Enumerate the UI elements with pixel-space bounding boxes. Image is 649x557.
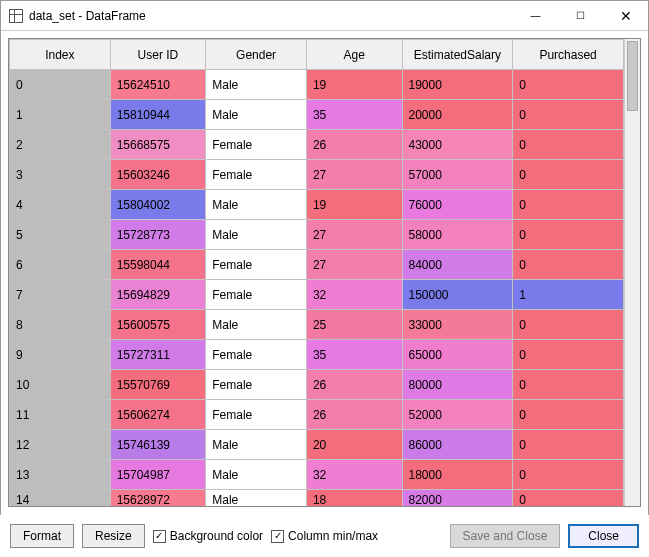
background-color-checkbox[interactable]: ✓ Background color <box>153 529 263 543</box>
cell-age[interactable]: 26 <box>306 370 402 400</box>
cell-gender[interactable]: Female <box>206 400 307 430</box>
cell-index[interactable]: 2 <box>10 130 111 160</box>
cell-salary[interactable]: 18000 <box>402 460 513 490</box>
cell-salary[interactable]: 52000 <box>402 400 513 430</box>
cell-gender[interactable]: Male <box>206 490 307 507</box>
cell-salary[interactable]: 65000 <box>402 340 513 370</box>
cell-gender[interactable]: Female <box>206 340 307 370</box>
cell-gender[interactable]: Female <box>206 370 307 400</box>
cell-salary[interactable]: 82000 <box>402 490 513 507</box>
cell-age[interactable]: 27 <box>306 220 402 250</box>
cell-purchased[interactable]: 0 <box>513 160 624 190</box>
cell-gender[interactable]: Male <box>206 220 307 250</box>
cell-salary[interactable]: 19000 <box>402 70 513 100</box>
cell-purchased[interactable]: 0 <box>513 460 624 490</box>
cell-salary[interactable]: 84000 <box>402 250 513 280</box>
cell-purchased[interactable]: 1 <box>513 280 624 310</box>
cell-userid[interactable]: 15728773 <box>110 220 206 250</box>
cell-userid[interactable]: 15600575 <box>110 310 206 340</box>
cell-userid[interactable]: 15628972 <box>110 490 206 507</box>
cell-index[interactable]: 3 <box>10 160 111 190</box>
close-button[interactable]: Close <box>568 524 639 548</box>
cell-age[interactable]: 35 <box>306 100 402 130</box>
cell-gender[interactable]: Female <box>206 130 307 160</box>
cell-salary[interactable]: 76000 <box>402 190 513 220</box>
cell-age[interactable]: 25 <box>306 310 402 340</box>
cell-purchased[interactable]: 0 <box>513 430 624 460</box>
cell-purchased[interactable]: 0 <box>513 400 624 430</box>
cell-gender[interactable]: Male <box>206 190 307 220</box>
cell-gender[interactable]: Male <box>206 70 307 100</box>
cell-age[interactable]: 20 <box>306 430 402 460</box>
cell-index[interactable]: 12 <box>10 430 111 460</box>
cell-userid[interactable]: 15694829 <box>110 280 206 310</box>
cell-userid[interactable]: 15603246 <box>110 160 206 190</box>
cell-age[interactable]: 32 <box>306 460 402 490</box>
minimize-button[interactable]: — <box>513 1 558 30</box>
cell-age[interactable]: 19 <box>306 70 402 100</box>
cell-purchased[interactable]: 0 <box>513 130 624 160</box>
cell-index[interactable]: 0 <box>10 70 111 100</box>
cell-purchased[interactable]: 0 <box>513 490 624 507</box>
cell-index[interactable]: 14 <box>10 490 111 507</box>
vertical-scrollbar[interactable] <box>624 39 640 506</box>
cell-userid[interactable]: 15606274 <box>110 400 206 430</box>
cell-age[interactable]: 26 <box>306 400 402 430</box>
cell-gender[interactable]: Female <box>206 280 307 310</box>
cell-salary[interactable]: 57000 <box>402 160 513 190</box>
cell-userid[interactable]: 15704987 <box>110 460 206 490</box>
cell-userid[interactable]: 15804002 <box>110 190 206 220</box>
col-header-userid[interactable]: User ID <box>110 40 206 70</box>
col-header-index[interactable]: Index <box>10 40 111 70</box>
scrollbar-thumb[interactable] <box>627 41 638 111</box>
cell-purchased[interactable]: 0 <box>513 220 624 250</box>
cell-index[interactable]: 13 <box>10 460 111 490</box>
col-header-purchased[interactable]: Purchased <box>513 40 624 70</box>
cell-purchased[interactable]: 0 <box>513 250 624 280</box>
cell-purchased[interactable]: 0 <box>513 100 624 130</box>
cell-age[interactable]: 27 <box>306 160 402 190</box>
cell-index[interactable]: 5 <box>10 220 111 250</box>
cell-purchased[interactable]: 0 <box>513 70 624 100</box>
cell-age[interactable]: 18 <box>306 490 402 507</box>
cell-age[interactable]: 19 <box>306 190 402 220</box>
cell-purchased[interactable]: 0 <box>513 310 624 340</box>
col-header-age[interactable]: Age <box>306 40 402 70</box>
cell-userid[interactable]: 15746139 <box>110 430 206 460</box>
resize-button[interactable]: Resize <box>82 524 145 548</box>
cell-gender[interactable]: Male <box>206 100 307 130</box>
cell-gender[interactable]: Female <box>206 250 307 280</box>
cell-purchased[interactable]: 0 <box>513 340 624 370</box>
cell-gender[interactable]: Male <box>206 430 307 460</box>
cell-index[interactable]: 7 <box>10 280 111 310</box>
cell-salary[interactable]: 43000 <box>402 130 513 160</box>
cell-userid[interactable]: 15727311 <box>110 340 206 370</box>
cell-userid[interactable]: 15668575 <box>110 130 206 160</box>
cell-index[interactable]: 8 <box>10 310 111 340</box>
col-header-gender[interactable]: Gender <box>206 40 307 70</box>
cell-gender[interactable]: Female <box>206 160 307 190</box>
cell-index[interactable]: 4 <box>10 190 111 220</box>
maximize-button[interactable]: ☐ <box>558 1 603 30</box>
cell-purchased[interactable]: 0 <box>513 370 624 400</box>
cell-salary[interactable]: 58000 <box>402 220 513 250</box>
cell-userid[interactable]: 15624510 <box>110 70 206 100</box>
cell-age[interactable]: 32 <box>306 280 402 310</box>
grid-viewport[interactable]: Index User ID Gender Age EstimatedSalary… <box>9 39 624 506</box>
column-minmax-checkbox[interactable]: ✓ Column min/max <box>271 529 378 543</box>
cell-purchased[interactable]: 0 <box>513 190 624 220</box>
cell-salary[interactable]: 86000 <box>402 430 513 460</box>
format-button[interactable]: Format <box>10 524 74 548</box>
cell-age[interactable]: 35 <box>306 340 402 370</box>
cell-userid[interactable]: 15570769 <box>110 370 206 400</box>
cell-gender[interactable]: Male <box>206 310 307 340</box>
cell-userid[interactable]: 15598044 <box>110 250 206 280</box>
cell-age[interactable]: 27 <box>306 250 402 280</box>
cell-index[interactable]: 6 <box>10 250 111 280</box>
col-header-salary[interactable]: EstimatedSalary <box>402 40 513 70</box>
cell-index[interactable]: 10 <box>10 370 111 400</box>
cell-age[interactable]: 26 <box>306 130 402 160</box>
cell-salary[interactable]: 150000 <box>402 280 513 310</box>
cell-userid[interactable]: 15810944 <box>110 100 206 130</box>
cell-salary[interactable]: 80000 <box>402 370 513 400</box>
